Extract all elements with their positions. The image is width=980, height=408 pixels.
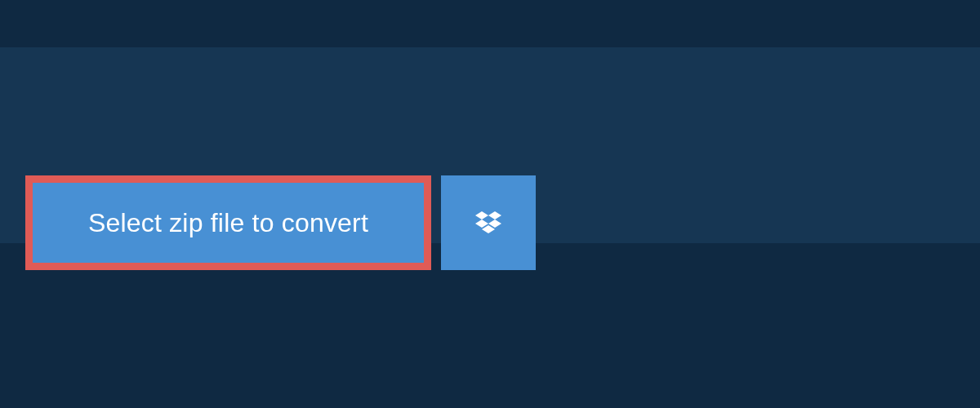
- select-file-label: Select zip file to convert: [88, 208, 368, 238]
- button-row: Select zip file to convert: [25, 175, 536, 270]
- select-file-button[interactable]: Select zip file to convert: [25, 175, 431, 270]
- converter-panel: Select zip file to convert: [0, 47, 980, 243]
- dropbox-button[interactable]: [441, 175, 536, 270]
- dropbox-icon: [472, 206, 505, 239]
